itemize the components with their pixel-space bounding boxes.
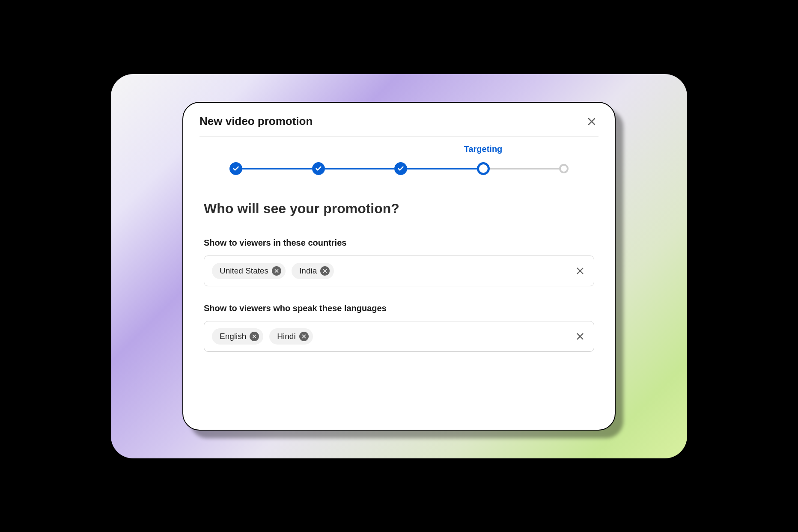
- chip-remove-button[interactable]: [272, 266, 281, 276]
- step-2[interactable]: [312, 162, 325, 175]
- chip-remove-button[interactable]: [299, 332, 309, 341]
- step-circle-completed: [394, 162, 407, 175]
- modal-header: New video promotion: [200, 115, 598, 137]
- chip-country: United States: [212, 263, 286, 279]
- close-icon: [252, 334, 257, 339]
- close-icon: [575, 266, 585, 276]
- gradient-frame: New video promotion: [111, 74, 687, 458]
- chip-country: India: [292, 263, 334, 279]
- chip-label: Hindi: [277, 332, 295, 341]
- step-line: [407, 168, 477, 169]
- stepper-track: Targeting: [229, 162, 569, 175]
- languages-chips: English Hindi: [212, 328, 568, 345]
- clear-countries-button[interactable]: [574, 265, 586, 277]
- clear-languages-button[interactable]: [574, 330, 586, 342]
- close-icon: [575, 332, 585, 341]
- promotion-modal: New video promotion: [182, 102, 616, 431]
- check-icon: [315, 165, 322, 172]
- check-icon: [397, 165, 404, 172]
- stepper: Targeting: [200, 137, 598, 192]
- section-heading: Who will see your promotion?: [204, 201, 594, 217]
- chip-remove-button[interactable]: [250, 332, 259, 341]
- chip-remove-button[interactable]: [320, 266, 330, 276]
- close-button[interactable]: [585, 115, 598, 128]
- countries-field: Show to viewers in these countries Unite…: [204, 238, 594, 286]
- step-circle-completed: [312, 162, 325, 175]
- step-circle-completed: [229, 162, 242, 175]
- step-circle-upcoming: [559, 164, 569, 173]
- chip-label: English: [220, 332, 246, 341]
- close-icon: [587, 116, 597, 127]
- close-icon: [274, 268, 279, 273]
- content-area: Who will see your promotion? Show to vie…: [200, 192, 598, 369]
- step-line: [242, 168, 312, 169]
- step-5[interactable]: [559, 164, 569, 173]
- chip-label: India: [299, 266, 317, 276]
- chip-language: English: [212, 328, 263, 345]
- countries-label: Show to viewers in these countries: [204, 238, 594, 248]
- languages-field: Show to viewers who speak these language…: [204, 303, 594, 352]
- step-3[interactable]: [394, 162, 407, 175]
- step-1[interactable]: [229, 162, 242, 175]
- step-circle-current: [477, 162, 490, 175]
- countries-chips: United States India: [212, 263, 568, 279]
- step-4-targeting[interactable]: Targeting: [477, 162, 490, 175]
- chip-label: United States: [220, 266, 268, 276]
- countries-input[interactable]: United States India: [204, 256, 594, 286]
- close-icon: [301, 334, 307, 339]
- chip-language: Hindi: [269, 328, 313, 345]
- languages-input[interactable]: English Hindi: [204, 321, 594, 352]
- step-line-inactive: [490, 168, 560, 169]
- languages-label: Show to viewers who speak these language…: [204, 303, 594, 313]
- close-icon: [322, 268, 328, 273]
- modal-title: New video promotion: [200, 115, 313, 128]
- step-label-current: Targeting: [464, 144, 503, 154]
- step-line: [325, 168, 395, 169]
- check-icon: [232, 165, 239, 172]
